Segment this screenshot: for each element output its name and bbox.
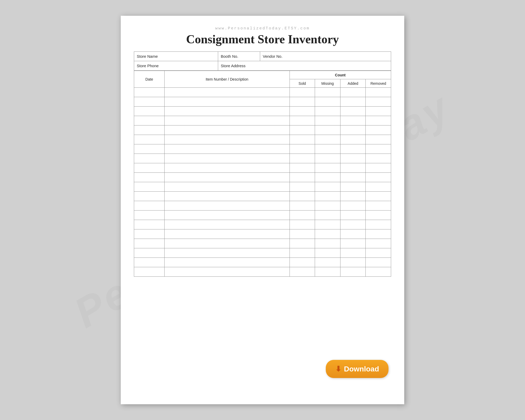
cell-removed xyxy=(366,220,391,229)
cell-date xyxy=(134,248,165,258)
cell-missing xyxy=(315,192,340,201)
cell-sold xyxy=(290,220,315,229)
cell-removed xyxy=(366,88,391,97)
cell-added xyxy=(340,154,366,163)
cell-sold xyxy=(290,97,315,107)
page-container: www.PersonalizedToday.ETSY.com Consignme… xyxy=(121,16,404,404)
cell-missing xyxy=(315,211,340,220)
cell-added xyxy=(340,107,366,116)
cell-description xyxy=(164,248,290,258)
cell-description xyxy=(164,125,290,135)
table-row xyxy=(134,154,391,163)
cell-sold xyxy=(290,211,315,220)
cell-removed xyxy=(366,107,391,116)
cell-added xyxy=(340,201,366,211)
cell-sold xyxy=(290,239,315,248)
col-header-missing: Missing xyxy=(315,79,340,88)
table-row xyxy=(134,201,391,211)
cell-description xyxy=(164,258,290,267)
table-row xyxy=(134,107,391,116)
cell-description xyxy=(164,88,290,97)
cell-description xyxy=(164,182,290,192)
cell-date xyxy=(134,173,165,182)
cell-date xyxy=(134,144,165,154)
form-row-2: Store Phone Store Address xyxy=(134,61,391,71)
cell-sold xyxy=(290,163,315,173)
website-url: www.PersonalizedToday.ETSY.com xyxy=(134,26,391,31)
cell-missing xyxy=(315,116,340,125)
cell-removed xyxy=(366,267,391,277)
cell-description xyxy=(164,192,290,201)
cell-date xyxy=(134,201,165,211)
cell-removed xyxy=(366,173,391,182)
cell-date xyxy=(134,229,165,239)
cell-added xyxy=(340,220,366,229)
store-address-label: Store Address xyxy=(218,61,391,71)
cell-added xyxy=(340,229,366,239)
cell-removed xyxy=(366,163,391,173)
cell-added xyxy=(340,173,366,182)
cell-date xyxy=(134,258,165,267)
cell-description xyxy=(164,107,290,116)
table-row xyxy=(134,211,391,220)
cell-date xyxy=(134,125,165,135)
cell-description xyxy=(164,201,290,211)
cell-removed xyxy=(366,116,391,125)
cell-description xyxy=(164,163,290,173)
cell-sold xyxy=(290,116,315,125)
cell-added xyxy=(340,192,366,201)
table-row xyxy=(134,192,391,201)
cell-added xyxy=(340,163,366,173)
cell-date xyxy=(134,88,165,97)
cell-date xyxy=(134,135,165,144)
cell-removed xyxy=(366,182,391,192)
cell-missing xyxy=(315,239,340,248)
cell-sold xyxy=(290,258,315,267)
table-row xyxy=(134,239,391,248)
cell-missing xyxy=(315,201,340,211)
cell-removed xyxy=(366,211,391,220)
inventory-table: Date Item Number / Description Count Sol… xyxy=(134,71,391,277)
cell-added xyxy=(340,267,366,277)
store-phone-label: Store Phone xyxy=(134,61,218,71)
cell-removed xyxy=(366,192,391,201)
cell-removed xyxy=(366,135,391,144)
download-button[interactable]: ⬇ Download xyxy=(326,360,388,378)
cell-date xyxy=(134,211,165,220)
cell-date xyxy=(134,192,165,201)
cell-added xyxy=(340,116,366,125)
cell-missing xyxy=(315,144,340,154)
cell-added xyxy=(340,248,366,258)
download-label: Download xyxy=(344,365,379,373)
cell-date xyxy=(134,220,165,229)
cell-missing xyxy=(315,97,340,107)
cell-date xyxy=(134,267,165,277)
col-header-removed: Removed xyxy=(366,79,391,88)
cell-sold xyxy=(290,192,315,201)
table-row xyxy=(134,125,391,135)
cell-missing xyxy=(315,220,340,229)
table-row xyxy=(134,267,391,277)
cell-date xyxy=(134,154,165,163)
cell-date xyxy=(134,163,165,173)
cell-sold xyxy=(290,267,315,277)
cell-removed xyxy=(366,229,391,239)
cell-added xyxy=(340,97,366,107)
table-row xyxy=(134,144,391,154)
table-row xyxy=(134,163,391,173)
cell-added xyxy=(340,258,366,267)
cell-added xyxy=(340,88,366,97)
cell-removed xyxy=(366,97,391,107)
cell-missing xyxy=(315,248,340,258)
table-row xyxy=(134,229,391,239)
cell-description xyxy=(164,116,290,125)
cell-sold xyxy=(290,144,315,154)
cell-missing xyxy=(315,182,340,192)
cell-added xyxy=(340,144,366,154)
cell-sold xyxy=(290,229,315,239)
cell-description xyxy=(164,220,290,229)
page-title: Consignment Store Inventory xyxy=(134,32,391,46)
table-row xyxy=(134,220,391,229)
cell-added xyxy=(340,239,366,248)
table-row xyxy=(134,248,391,258)
